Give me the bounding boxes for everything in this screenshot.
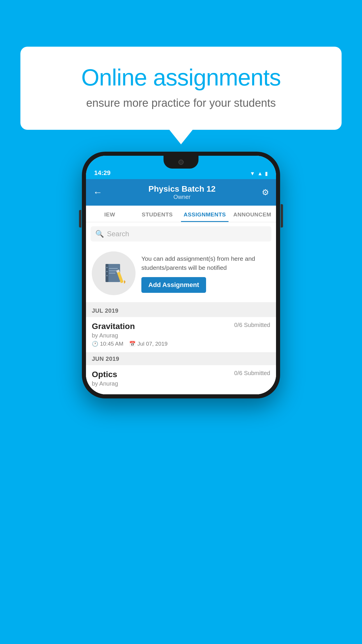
tab-students[interactable]: STUDENTS	[133, 206, 181, 222]
assignment-date-value: Jul 07, 2019	[137, 341, 168, 347]
camera-dot	[178, 160, 184, 165]
assignment-meta: 🕐 10:45 AM 📅 Jul 07, 2019	[92, 341, 270, 347]
promo-description: You can add assignment(s) from here and …	[141, 254, 270, 272]
app-bar-title-group: Physics Batch 12 Owner	[148, 184, 215, 200]
calendar-icon: 📅	[129, 341, 136, 347]
status-time: 14:29	[94, 169, 110, 177]
phone-outer-frame: 14:29 ▼ ▲ ▮ ← Physics Batch 12 Owner ⚙	[82, 152, 280, 398]
assignment-item-optics[interactable]: Optics 0/6 Submitted by Anurag	[86, 365, 276, 394]
section-header-jun: JUN 2019	[86, 353, 276, 365]
speech-bubble-title: Online assignments	[44, 64, 318, 91]
search-bar[interactable]: 🔍 Search	[91, 226, 271, 242]
assignment-row1-optics: Optics 0/6 Submitted	[92, 370, 270, 379]
wifi-icon: ▼	[250, 171, 255, 177]
app-bar: ← Physics Batch 12 Owner ⚙	[86, 179, 276, 206]
app-bar-subtitle: Owner	[148, 194, 215, 200]
search-icon: 🔍	[95, 230, 104, 238]
promo-box: You can add assignment(s) from here and …	[86, 246, 276, 304]
clock-icon: 🕐	[92, 341, 98, 347]
assignment-date: 📅 Jul 07, 2019	[129, 341, 168, 347]
promo-right: You can add assignment(s) from here and …	[141, 254, 270, 293]
assignment-row1: Gravitation 0/6 Submitted	[92, 322, 270, 331]
settings-icon[interactable]: ⚙	[262, 188, 269, 197]
assignment-author-optics: by Anurag	[92, 380, 270, 387]
battery-icon: ▮	[265, 170, 268, 177]
phone-notch-cutout	[164, 156, 198, 169]
status-bar: 14:29 ▼ ▲ ▮	[86, 156, 276, 179]
content-area: 🔍 Search	[86, 222, 276, 394]
phone-screen: 14:29 ▼ ▲ ▮ ← Physics Batch 12 Owner ⚙	[86, 156, 276, 394]
assignment-submitted-optics: 0/6 Submitted	[234, 370, 270, 377]
svg-point-7	[106, 267, 108, 268]
section-header-jul: JUL 2019	[86, 304, 276, 317]
status-icons: ▼ ▲ ▮	[250, 170, 268, 177]
assignment-time: 🕐 10:45 AM	[92, 341, 123, 347]
phone-mockup: 14:29 ▼ ▲ ▮ ← Physics Batch 12 Owner ⚙	[82, 152, 280, 398]
search-placeholder: Search	[107, 230, 129, 238]
search-container: 🔍 Search	[86, 222, 276, 246]
tab-assignments[interactable]: ASSIGNMENTS	[181, 206, 229, 222]
assignment-name-optics: Optics	[92, 370, 117, 379]
assignment-submitted: 0/6 Submitted	[234, 322, 270, 328]
assignment-name: Gravitation	[92, 322, 135, 331]
assignment-item-gravitation[interactable]: Gravitation 0/6 Submitted by Anurag 🕐 10…	[86, 317, 276, 353]
assignment-author: by Anurag	[92, 332, 270, 339]
svg-point-11	[106, 275, 108, 276]
add-assignment-button[interactable]: Add Assignment	[141, 277, 206, 293]
signal-icon: ▲	[257, 171, 263, 177]
speech-bubble-subtitle: ensure more practice for your students	[44, 97, 318, 109]
tabs-bar: IEW STUDENTS ASSIGNMENTS ANNOUNCEM	[86, 206, 276, 222]
assignment-time-value: 10:45 AM	[100, 341, 123, 347]
svg-rect-2	[109, 268, 118, 269]
svg-point-9	[106, 271, 108, 272]
speech-bubble: Online assignments ensure more practice …	[20, 47, 342, 130]
svg-rect-4	[109, 273, 115, 274]
app-bar-title: Physics Batch 12	[148, 184, 215, 194]
tab-iew[interactable]: IEW	[86, 206, 133, 222]
back-button[interactable]: ←	[93, 187, 102, 198]
tab-announcements[interactable]: ANNOUNCEM	[229, 206, 276, 222]
speech-bubble-section: Online assignments ensure more practice …	[20, 47, 342, 144]
notebook-svg-icon	[102, 262, 125, 285]
promo-icon-circle	[92, 251, 136, 295]
speech-bubble-arrow	[169, 130, 193, 144]
